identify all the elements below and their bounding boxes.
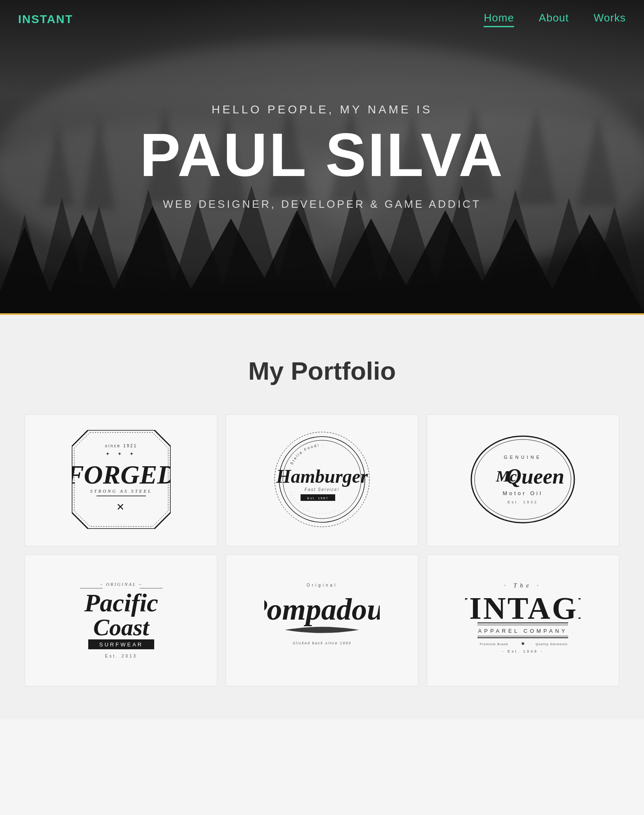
mcqueen-badge-svg: GENUINE Mc Queen Motor Oil Est. 1932 [469, 434, 576, 525]
portfolio-item-mcqueen[interactable]: GENUINE Mc Queen Motor Oil Est. 1932 [427, 414, 619, 546]
pompadour-logo: Original Pompadour Slicked back since 19… [264, 570, 380, 671]
portfolio-item-pompadour[interactable]: Original Pompadour Slicked back since 19… [226, 554, 418, 686]
svg-text:Fast Service!: Fast Service! [305, 487, 339, 492]
svg-text:✕: ✕ [116, 501, 125, 512]
svg-text:- Est. 1949 -: - Est. 1949 - [502, 649, 544, 653]
svg-text:Hamburger: Hamburger [276, 466, 368, 487]
svg-text:Coast: Coast [93, 614, 150, 641]
hamburger-logo: · Stella Food! · Hamburger Fast Service!… [273, 430, 371, 531]
nav-works[interactable]: Works [594, 12, 626, 27]
hero-name: Paul Silva [140, 124, 504, 186]
svg-text:✦ ✦ ✦: ✦ ✦ ✦ [105, 451, 137, 457]
svg-text:GENUINE: GENUINE [504, 455, 542, 460]
svg-text:Quality Garments: Quality Garments [536, 642, 568, 646]
svg-text:Queen: Queen [506, 465, 565, 488]
nav-links: Home About Works [484, 12, 626, 27]
hero-content: Hello People, My Name Is Paul Silva Web … [140, 103, 504, 211]
pacific-coast-logo: ~ ORIGINAL ~ Pacific Coast SURFWEAR Est.… [63, 570, 179, 671]
pacific-badge-svg: ~ ORIGINAL ~ Pacific Coast SURFWEAR Est.… [63, 570, 179, 669]
svg-text:Slicked back since 1950: Slicked back since 1950 [293, 641, 352, 645]
svg-text:Est. 1987: Est. 1987 [307, 496, 329, 500]
svg-text:· The ·: · The · [504, 582, 542, 589]
portfolio-item-forged[interactable]: since 1921 ✦ ✦ ✦ FORGED STRONG AS STEEL … [25, 414, 217, 546]
portfolio-grid: since 1921 ✦ ✦ ✦ FORGED STRONG AS STEEL … [25, 414, 619, 686]
nav-logo: INSTANT [18, 13, 73, 26]
vintage-logo: · The · VINTAGE APPAREL COMPANY Premium … [465, 570, 581, 671]
nav-about[interactable]: About [539, 12, 569, 27]
svg-text:VINTAGE: VINTAGE [465, 591, 581, 625]
portfolio-section: My Portfolio since 1921 ✦ ✦ ✦ FOR [0, 313, 644, 719]
vintage-badge-svg: · The · VINTAGE APPAREL COMPANY Premium … [465, 570, 581, 669]
navbar: INSTANT Home About Works [0, 0, 644, 39]
hero-subtitle: Hello People, My Name Is [140, 103, 504, 116]
forged-logo: since 1921 ✦ ✦ ✦ FORGED STRONG AS STEEL … [72, 430, 171, 531]
portfolio-item-hamburger[interactable]: · Stella Food! · Hamburger Fast Service!… [226, 414, 418, 546]
svg-text:Pacific: Pacific [84, 589, 158, 617]
svg-text:★: ★ [521, 641, 525, 646]
portfolio-item-vintage[interactable]: · The · VINTAGE APPAREL COMPANY Premium … [427, 554, 619, 686]
mcqueen-logo: GENUINE Mc Queen Motor Oil Est. 1932 [469, 434, 576, 526]
portfolio-title: My Portfolio [25, 356, 619, 385]
svg-text:Est. 1932: Est. 1932 [508, 500, 538, 504]
svg-text:Original: Original [307, 583, 337, 587]
svg-text:APPAREL COMPANY: APPAREL COMPANY [478, 628, 568, 634]
svg-text:Est. 2013: Est. 2013 [105, 654, 137, 658]
hero-tagline: Web Designer, Developer & Game Addict [140, 198, 504, 211]
svg-text:Pompadour: Pompadour [264, 592, 380, 626]
hero-section: Hello People, My Name Is Paul Silva Web … [0, 0, 644, 313]
svg-text:since 1921: since 1921 [105, 444, 137, 448]
portfolio-item-pacific-coast[interactable]: ~ ORIGINAL ~ Pacific Coast SURFWEAR Est.… [25, 554, 217, 686]
pompadour-badge-svg: Original Pompadour Slicked back since 19… [264, 570, 380, 669]
svg-text:Motor Oil: Motor Oil [503, 490, 543, 496]
svg-text:FORGED: FORGED [72, 460, 171, 489]
hamburger-badge-svg: · Stella Food! · Hamburger Fast Service!… [273, 430, 371, 529]
svg-text:STRONG AS STEEL: STRONG AS STEEL [90, 489, 152, 493]
svg-text:~ ORIGINAL ~: ~ ORIGINAL ~ [100, 582, 142, 587]
nav-home[interactable]: Home [484, 12, 514, 27]
forged-badge-svg: since 1921 ✦ ✦ ✦ FORGED STRONG AS STEEL … [72, 430, 171, 529]
svg-text:Premium Brand: Premium Brand [480, 642, 508, 646]
svg-text:SURFWEAR: SURFWEAR [99, 641, 143, 648]
